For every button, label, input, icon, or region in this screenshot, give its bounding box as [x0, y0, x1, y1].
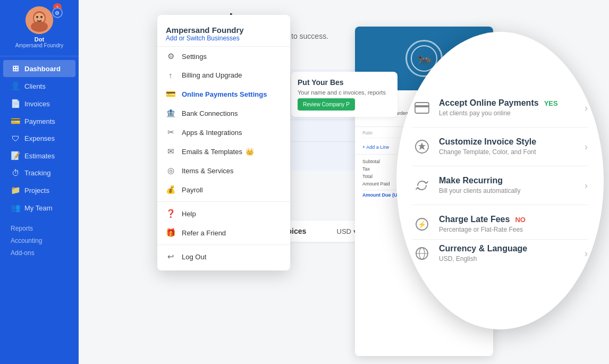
dropdown-label-help: Help: [182, 210, 196, 218]
payroll-icon: 💰: [166, 185, 175, 194]
dropdown-items[interactable]: ◎ Items & Services: [157, 161, 290, 180]
dropdown-logout[interactable]: ↩ Log Out: [157, 247, 290, 266]
recurring-subtitle: Bill your clients automatically: [439, 187, 579, 194]
recurring-chevron-icon: ›: [585, 180, 588, 191]
help-icon: ❓: [166, 209, 175, 218]
customize-title-text: Customize Invoice Style: [439, 137, 536, 147]
customize-chevron-icon: ›: [585, 141, 588, 153]
projects-icon: 📁: [11, 185, 20, 195]
customize-subtitle: Change Template, Color, and Font: [439, 148, 579, 156]
avatar: [26, 6, 53, 34]
dropdown-help[interactable]: ❓ Help: [157, 204, 290, 223]
currency-label: USD: [337, 227, 351, 235]
late-fees-panel-icon: ⚡: [412, 215, 432, 234]
panel-item-online-payments[interactable]: Accept Online Payments YES Let clients p…: [412, 89, 588, 128]
dropdown-business-name: Ampersand Foundry: [166, 26, 282, 35]
dropdown-bank[interactable]: 🏦 Bank Connections: [157, 104, 290, 123]
expenses-icon: 🛡: [11, 134, 20, 143]
review-company-button[interactable]: Review Company P: [298, 98, 355, 111]
sidebar-item-dashboard[interactable]: ⊞ Dashboard: [3, 60, 75, 77]
sidebar-section-accounting[interactable]: Accounting: [0, 234, 79, 246]
bank-icon: 🏦: [166, 108, 175, 118]
currency-subtitle: USD, English: [439, 255, 579, 263]
amount-paid-label: Amount Paid: [362, 181, 390, 187]
online-payments-chevron-icon: ›: [585, 103, 588, 114]
sidebar-item-payments[interactable]: 💳 Payments: [3, 113, 75, 130]
panel-title-late-fees: Charge Late Fees NO: [439, 215, 588, 224]
sidebar-item-my-team[interactable]: 👥 My Team: [3, 199, 75, 216]
sidebar-label-my-team: My Team: [24, 204, 53, 212]
sidebar-nav: ⊞ Dashboard 👤 Clients 📄 Invoices 💳 Payme…: [0, 60, 79, 364]
dropdown-billing[interactable]: ↑ Billing and Upgrade: [157, 66, 290, 84]
gear-icon[interactable]: ⚙: [52, 7, 63, 18]
panel-item-recurring[interactable]: Make Recurring Bill your clients automat…: [412, 166, 588, 205]
user-business: Ampersand Foundry: [15, 43, 64, 48]
sidebar-label-expenses: Expenses: [24, 134, 55, 142]
sidebar-item-estimates[interactable]: 📝 Estimates: [3, 147, 75, 164]
dropdown-label-items: Items & Services: [182, 167, 234, 175]
recurring-title-text: Make Recurring: [439, 176, 503, 185]
svg-rect-9: [415, 105, 429, 107]
sidebar-item-projects[interactable]: 📁 Projects: [3, 182, 75, 199]
dropdown-label-apps: Apps & Integrations: [182, 129, 242, 137]
dropdown-menu: Ampersand Foundry Add or Switch Business…: [157, 15, 290, 270]
dropdown-emails[interactable]: ✉ Emails & Templates 👑: [157, 142, 290, 161]
dropdown-label-emails: Emails & Templates: [182, 148, 242, 156]
panel-item-currency[interactable]: Currency & Language USD, English ›: [412, 240, 588, 273]
billing-icon: ↑: [166, 71, 175, 80]
late-fees-title-text: Charge Late Fees: [439, 215, 510, 224]
dropdown-switch-link[interactable]: Add or Switch Businesses: [166, 35, 282, 42]
sidebar-item-expenses[interactable]: 🛡 Expenses: [3, 130, 75, 147]
online-payments-panel-icon: [412, 98, 432, 117]
svg-point-5: [40, 16, 43, 18]
dropdown-label-online-payments: Online Payments Settings: [182, 90, 267, 98]
panel-item-late-fees[interactable]: ⚡ Charge Late Fees NO Percentage or Flat…: [412, 205, 588, 240]
sidebar-label-clients: Clients: [24, 82, 46, 90]
currency-selector[interactable]: USD ▾: [337, 227, 357, 235]
dropdown-label-billing: Billing and Upgrade: [182, 71, 242, 79]
sidebar-item-clients[interactable]: 👤 Clients: [3, 78, 75, 95]
sidebar-item-time-tracking[interactable]: ⏱ Tracking: [3, 165, 75, 181]
tax-label: Tax: [362, 166, 370, 172]
refer-icon: 🎁: [166, 228, 175, 238]
dropdown-label-settings: Settings: [182, 53, 207, 61]
currency-title-text: Currency & Language: [439, 244, 527, 253]
add-line-button[interactable]: + Add a Line: [362, 145, 389, 150]
invoices-icon: 📄: [11, 99, 20, 108]
dropdown-refer[interactable]: 🎁 Refer a Friend: [157, 223, 290, 242]
sidebar-section-reports[interactable]: Reports: [0, 222, 79, 234]
panel-title-recurring: Make Recurring: [439, 176, 579, 185]
user-profile-section: 1 ⚙ Dot Ampersand Foundry: [15, 6, 64, 48]
online-payments-title-text: Accept Online Payments: [439, 98, 539, 108]
clients-icon: 👤: [11, 81, 20, 91]
sidebar-label-projects: Projects: [24, 187, 49, 194]
circle-panel: Accept Online Payments YES Let clients p…: [396, 32, 604, 329]
panel-content-customize: Customize Invoice Style Change Template,…: [439, 137, 579, 156]
dropdown-payroll[interactable]: 💰 Payroll: [157, 180, 290, 199]
payments-icon: 💳: [11, 116, 20, 126]
panel-content-currency: Currency & Language USD, English: [439, 244, 579, 263]
panel-content-recurring: Make Recurring Bill your clients automat…: [439, 176, 579, 194]
dropdown-online-payments[interactable]: 💳 Online Payments Settings: [157, 84, 290, 104]
sidebar-item-invoices[interactable]: 📄 Invoices: [3, 95, 75, 112]
svg-text:⚡: ⚡: [418, 220, 427, 229]
user-name: Dot: [35, 36, 44, 43]
panel-item-customize[interactable]: Customize Invoice Style Change Template,…: [412, 128, 588, 166]
svg-point-3: [31, 21, 48, 32]
dropdown-settings[interactable]: ⚙ Settings: [157, 47, 290, 66]
dropdown-label-payroll: Payroll: [182, 186, 203, 194]
best-section: Put Your Bes Your name and c invoices, r…: [291, 72, 397, 117]
sidebar-label-invoices: Invoices: [24, 100, 50, 108]
subtotal-label: Subtotal: [362, 159, 380, 164]
settings-icon: ⚙: [166, 52, 175, 61]
estimates-icon: 📝: [11, 151, 20, 160]
apps-icon: ✂: [166, 128, 175, 137]
dropdown-header: Ampersand Foundry Add or Switch Business…: [157, 19, 290, 47]
dropdown-apps[interactable]: ✂ Apps & Integrations: [157, 123, 290, 142]
sidebar-section-addons[interactable]: Add-ons: [0, 246, 79, 258]
panel-content-online-payments: Accept Online Payments YES Let clients p…: [439, 98, 579, 117]
my-team-icon: 👥: [11, 203, 20, 213]
col-rate: Rate: [362, 130, 373, 136]
dropdown-label-refer: Refer a Friend: [182, 229, 226, 237]
emails-icon: ✉: [166, 147, 175, 156]
